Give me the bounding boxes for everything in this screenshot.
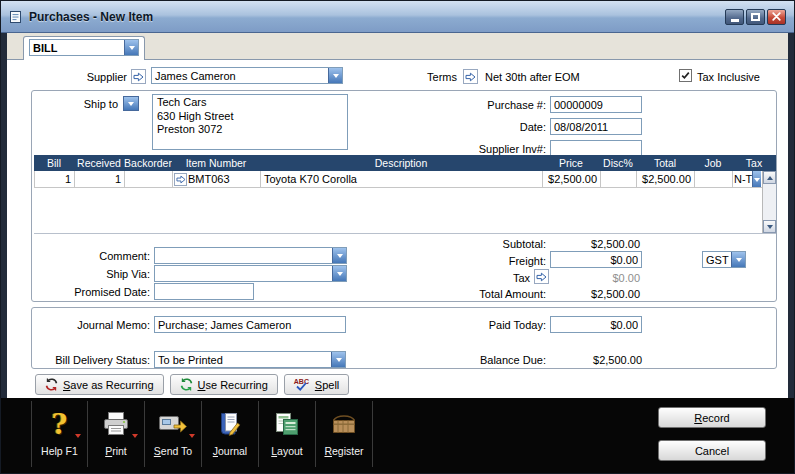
maximize-icon [751,13,760,21]
record-label: Record [694,412,729,424]
freight-tax-combo[interactable]: GST [702,251,746,268]
ship-via-combo[interactable] [154,265,347,282]
save-recurring-button[interactable]: Save as Recurring [35,374,164,395]
ship-to-dropdown-button[interactable] [123,96,139,111]
toolbar-item-send-to[interactable]: Send To [145,401,202,467]
toolbar-item-journal[interactable]: Journal [202,401,259,467]
tax-label: Tax [450,271,530,286]
bottom-toolbar: ? Help F1 Print Send To [1,398,794,473]
chevron-down-icon[interactable] [332,248,346,263]
cancel-button[interactable]: Cancel [658,440,766,461]
comment-label: Comment: [60,249,150,264]
balance-due-label: Balance Due: [428,353,546,368]
close-button[interactable] [767,9,786,25]
toolbar-item-label: Layout [271,445,303,457]
tax-combo-arrow-icon[interactable] [752,171,761,187]
cell-item-number: BMT063 [173,171,261,187]
item-row[interactable]: 1 1 BMT063 Toyota K70 Corolla $2,500.00 … [34,171,763,188]
purchase-number-input[interactable] [550,96,642,113]
tax-inclusive-label: Tax Inclusive [697,70,760,85]
close-icon [772,12,781,21]
promised-date-input[interactable] [154,283,254,300]
cancel-label: Cancel [695,445,729,457]
save-recurring-icon [45,378,58,391]
toolbar-items: ? Help F1 Print Send To [31,401,373,467]
col-header-total: Total [636,155,694,171]
col-header-received: Received [74,155,124,171]
use-recurring-label: Use Recurring [198,379,268,391]
bill-delivery-status-label: Bill Delivery Status: [34,353,150,368]
chevron-down-icon[interactable] [331,352,345,367]
journal-memo-input[interactable] [154,316,346,333]
help-icon: ? [32,403,87,445]
purchase-details-box: Ship to Tech Cars 630 High Street Presto… [31,90,777,302]
scroll-down-button[interactable] [763,220,776,233]
supplier-zoom-arrow-icon[interactable] [131,69,146,84]
toolbar-item-register[interactable]: Register [316,401,373,467]
title-bar: Purchases - New Item [1,1,794,33]
col-header-item-number: Item Number [172,155,260,171]
col-header-price: Price [542,155,600,171]
chevron-down-icon[interactable] [328,68,342,83]
subtotal-value: $2,500.00 [550,237,640,252]
record-button[interactable]: Record [658,407,766,428]
layout-icon [259,403,315,445]
tax-zoom-arrow-icon[interactable] [534,269,549,284]
terms-value: Net 30th after EOM [485,70,580,85]
toolbar-item-help[interactable]: ? Help F1 [31,401,88,467]
terms-label: Terms [407,70,457,85]
balance-due-value: $2,500.00 [550,353,642,368]
col-header-disc: Disc% [600,155,636,171]
supplier-label: Supplier [35,70,127,85]
maximize-button[interactable] [746,9,765,25]
toolbar-item-label: Register [324,445,363,457]
question-mark-glyph: ? [52,409,68,440]
spell-abc-icon: ABC [294,378,310,391]
minimize-icon [731,19,739,22]
col-header-backorder: Backorder [124,155,172,171]
col-header-description: Description [260,155,542,171]
scroll-up-button[interactable] [763,171,776,184]
spell-label: Spell [315,379,339,391]
supplier-value: James Cameron [152,68,328,83]
subtotal-label: Subtotal: [412,237,546,252]
use-recurring-button[interactable]: Use Recurring [170,374,278,395]
toolbar-item-print[interactable]: Print [88,401,145,467]
spell-button[interactable]: ABC Spell [284,374,349,395]
ship-to-address[interactable]: Tech Cars 630 High Street Preston 3072 [152,94,348,150]
bill-delivery-status-combo[interactable]: To be Printed [154,351,346,368]
paid-today-input[interactable] [550,316,642,333]
chevron-down-icon[interactable] [124,40,138,55]
ship-via-value [155,266,332,281]
window-controls [725,9,786,25]
dropdown-caret-icon [75,434,81,441]
comment-combo[interactable] [154,247,347,264]
dropdown-caret-icon [132,434,138,441]
bill-type-combo[interactable]: BILL [29,39,139,56]
tax-inclusive-checkbox[interactable] [679,69,692,82]
table-scrollbar[interactable] [762,171,776,233]
dropdown-caret-icon [189,434,195,441]
supplier-combo[interactable]: James Cameron [151,67,343,84]
register-icon [316,403,372,445]
promised-date-label: Promised Date: [60,285,150,300]
ship-to-label: Ship to [58,97,118,112]
journal-icon [202,403,258,445]
col-header-bill: Bill [34,155,74,171]
freight-label: Freight: [412,254,546,269]
bill-type-value: BILL [30,40,124,55]
tax-value: $0.00 [550,271,640,286]
toolbar-item-layout[interactable]: Layout [259,401,316,467]
col-header-job: Job [694,155,732,171]
date-input[interactable] [550,118,642,135]
cell-received: 1 [75,171,125,187]
toolbar-item-label: Send To [154,445,192,457]
cell-backorder [125,171,173,187]
chevron-down-icon[interactable] [332,266,346,281]
item-zoom-arrow-icon[interactable] [174,173,187,186]
freight-input[interactable] [550,251,642,268]
terms-zoom-arrow-icon[interactable] [463,69,478,84]
date-label: Date: [422,120,546,135]
chevron-down-icon[interactable] [731,252,745,267]
minimize-button[interactable] [725,9,744,25]
